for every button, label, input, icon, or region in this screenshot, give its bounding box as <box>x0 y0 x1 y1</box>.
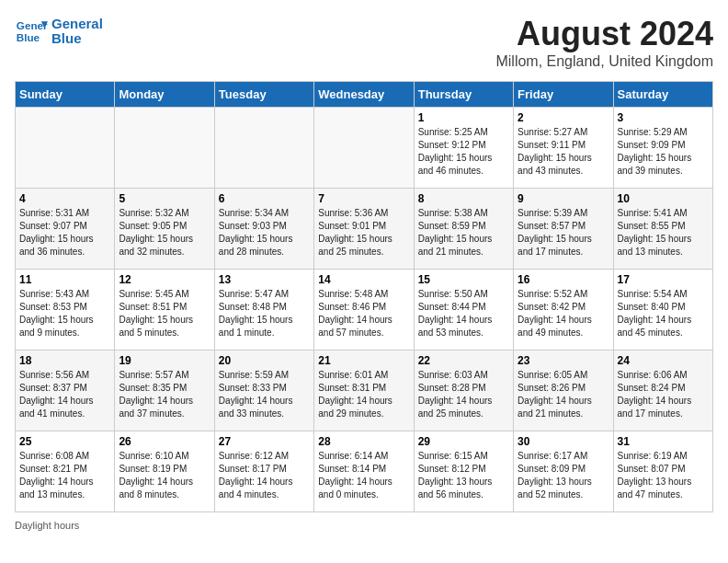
calendar-week-5: 25Sunrise: 6:08 AM Sunset: 8:21 PM Dayli… <box>16 431 713 512</box>
calendar-header-wednesday: Wednesday <box>314 82 414 108</box>
calendar-cell: 20Sunrise: 5:59 AM Sunset: 8:33 PM Dayli… <box>214 350 313 431</box>
day-number: 13 <box>219 273 310 286</box>
day-info: Sunrise: 6:05 AM Sunset: 8:26 PM Dayligh… <box>518 369 609 420</box>
calendar-cell <box>214 108 313 189</box>
calendar-cell: 21Sunrise: 6:01 AM Sunset: 8:31 PM Dayli… <box>314 350 414 431</box>
calendar-cell: 15Sunrise: 5:50 AM Sunset: 8:44 PM Dayli… <box>414 270 513 350</box>
location: Millom, England, United Kingdom <box>495 53 713 70</box>
day-number: 15 <box>418 273 509 286</box>
day-number: 9 <box>518 192 609 205</box>
calendar-cell: 13Sunrise: 5:47 AM Sunset: 8:48 PM Dayli… <box>214 270 313 350</box>
day-info: Sunrise: 5:59 AM Sunset: 8:33 PM Dayligh… <box>219 369 310 420</box>
day-number: 6 <box>219 192 310 205</box>
calendar-cell: 31Sunrise: 6:19 AM Sunset: 8:07 PM Dayli… <box>613 431 712 512</box>
day-info: Sunrise: 6:19 AM Sunset: 8:07 PM Dayligh… <box>618 450 709 501</box>
day-number: 19 <box>119 354 210 367</box>
calendar-week-4: 18Sunrise: 5:56 AM Sunset: 8:37 PM Dayli… <box>16 350 713 431</box>
day-info: Sunrise: 5:38 AM Sunset: 8:59 PM Dayligh… <box>418 207 509 259</box>
day-info: Sunrise: 5:31 AM Sunset: 9:07 PM Dayligh… <box>19 207 110 259</box>
calendar-cell: 6Sunrise: 5:34 AM Sunset: 9:03 PM Daylig… <box>214 189 313 270</box>
calendar-header-friday: Friday <box>514 82 613 108</box>
calendar-cell: 26Sunrise: 6:10 AM Sunset: 8:19 PM Dayli… <box>115 431 214 512</box>
day-number: 16 <box>518 273 609 286</box>
day-info: Sunrise: 5:50 AM Sunset: 8:44 PM Dayligh… <box>418 288 509 339</box>
day-info: Sunrise: 6:08 AM Sunset: 8:21 PM Dayligh… <box>19 450 110 501</box>
day-number: 20 <box>219 354 310 367</box>
day-info: Sunrise: 5:48 AM Sunset: 8:46 PM Dayligh… <box>318 288 409 339</box>
day-info: Sunrise: 5:36 AM Sunset: 9:01 PM Dayligh… <box>318 207 409 259</box>
calendar-header-thursday: Thursday <box>414 82 513 108</box>
day-info: Sunrise: 6:14 AM Sunset: 8:14 PM Dayligh… <box>318 450 409 501</box>
calendar-cell: 12Sunrise: 5:45 AM Sunset: 8:51 PM Dayli… <box>115 270 214 350</box>
day-number: 25 <box>19 435 110 448</box>
day-number: 14 <box>318 273 409 286</box>
calendar-cell <box>16 108 115 189</box>
calendar-cell: 3Sunrise: 5:29 AM Sunset: 9:09 PM Daylig… <box>613 108 712 189</box>
calendar-cell: 2Sunrise: 5:27 AM Sunset: 9:11 PM Daylig… <box>514 108 613 189</box>
day-info: Sunrise: 5:32 AM Sunset: 9:05 PM Dayligh… <box>119 207 210 259</box>
logo-text-line1: General <box>51 17 103 32</box>
day-number: 12 <box>119 273 210 286</box>
day-info: Sunrise: 5:41 AM Sunset: 8:55 PM Dayligh… <box>618 207 709 259</box>
logo: General Blue General Blue <box>15 15 103 48</box>
day-info: Sunrise: 5:47 AM Sunset: 8:48 PM Dayligh… <box>219 288 310 339</box>
svg-text:General: General <box>17 19 48 31</box>
day-number: 5 <box>119 192 210 205</box>
day-number: 30 <box>518 435 609 448</box>
day-number: 7 <box>318 192 409 205</box>
calendar-cell: 22Sunrise: 6:03 AM Sunset: 8:28 PM Dayli… <box>414 350 513 431</box>
day-info: Sunrise: 6:06 AM Sunset: 8:24 PM Dayligh… <box>618 369 709 420</box>
calendar-cell: 29Sunrise: 6:15 AM Sunset: 8:12 PM Dayli… <box>414 431 513 512</box>
calendar-cell: 1Sunrise: 5:25 AM Sunset: 9:12 PM Daylig… <box>414 108 513 189</box>
calendar-week-1: 1Sunrise: 5:25 AM Sunset: 9:12 PM Daylig… <box>16 108 713 189</box>
calendar-cell: 14Sunrise: 5:48 AM Sunset: 8:46 PM Dayli… <box>314 270 414 350</box>
svg-text:Blue: Blue <box>17 31 40 43</box>
calendar-cell: 10Sunrise: 5:41 AM Sunset: 8:55 PM Dayli… <box>613 189 712 270</box>
calendar-header-sunday: Sunday <box>16 82 115 108</box>
calendar-cell: 30Sunrise: 6:17 AM Sunset: 8:09 PM Dayli… <box>514 431 613 512</box>
day-info: Sunrise: 5:29 AM Sunset: 9:09 PM Dayligh… <box>618 126 709 178</box>
calendar: SundayMondayTuesdayWednesdayThursdayFrid… <box>15 81 713 512</box>
calendar-header-row: SundayMondayTuesdayWednesdayThursdayFrid… <box>16 82 713 108</box>
day-info: Sunrise: 6:17 AM Sunset: 8:09 PM Dayligh… <box>518 450 609 501</box>
day-number: 26 <box>119 435 210 448</box>
day-info: Sunrise: 5:56 AM Sunset: 8:37 PM Dayligh… <box>19 369 110 420</box>
day-number: 10 <box>618 192 709 205</box>
calendar-cell: 9Sunrise: 5:39 AM Sunset: 8:57 PM Daylig… <box>514 189 613 270</box>
day-number: 21 <box>318 354 409 367</box>
day-number: 8 <box>418 192 509 205</box>
day-number: 4 <box>19 192 110 205</box>
calendar-cell: 23Sunrise: 6:05 AM Sunset: 8:26 PM Dayli… <box>514 350 613 431</box>
logo-icon: General Blue <box>15 15 48 48</box>
calendar-cell: 8Sunrise: 5:38 AM Sunset: 8:59 PM Daylig… <box>414 189 513 270</box>
day-number: 28 <box>318 435 409 448</box>
day-number: 18 <box>19 354 110 367</box>
calendar-cell <box>115 108 214 189</box>
day-info: Sunrise: 5:43 AM Sunset: 8:53 PM Dayligh… <box>19 288 110 339</box>
day-number: 17 <box>618 273 709 286</box>
calendar-week-3: 11Sunrise: 5:43 AM Sunset: 8:53 PM Dayli… <box>16 270 713 350</box>
calendar-cell: 4Sunrise: 5:31 AM Sunset: 9:07 PM Daylig… <box>16 189 115 270</box>
calendar-cell: 17Sunrise: 5:54 AM Sunset: 8:40 PM Dayli… <box>613 270 712 350</box>
logo-text-line2: Blue <box>51 31 103 47</box>
calendar-cell: 7Sunrise: 5:36 AM Sunset: 9:01 PM Daylig… <box>314 189 414 270</box>
footer-note: Daylight hours <box>15 520 713 531</box>
day-info: Sunrise: 5:45 AM Sunset: 8:51 PM Dayligh… <box>119 288 210 339</box>
day-info: Sunrise: 5:27 AM Sunset: 9:11 PM Dayligh… <box>518 126 609 178</box>
calendar-cell: 16Sunrise: 5:52 AM Sunset: 8:42 PM Dayli… <box>514 270 613 350</box>
day-number: 1 <box>418 111 509 124</box>
day-number: 22 <box>418 354 509 367</box>
day-number: 23 <box>518 354 609 367</box>
day-info: Sunrise: 6:01 AM Sunset: 8:31 PM Dayligh… <box>318 369 409 420</box>
day-info: Sunrise: 6:15 AM Sunset: 8:12 PM Dayligh… <box>418 450 509 501</box>
day-number: 2 <box>518 111 609 124</box>
day-number: 27 <box>219 435 310 448</box>
calendar-cell: 25Sunrise: 6:08 AM Sunset: 8:21 PM Dayli… <box>16 431 115 512</box>
day-info: Sunrise: 6:10 AM Sunset: 8:19 PM Dayligh… <box>119 450 210 501</box>
calendar-cell: 11Sunrise: 5:43 AM Sunset: 8:53 PM Dayli… <box>16 270 115 350</box>
calendar-cell: 27Sunrise: 6:12 AM Sunset: 8:17 PM Dayli… <box>214 431 313 512</box>
day-info: Sunrise: 6:03 AM Sunset: 8:28 PM Dayligh… <box>418 369 509 420</box>
calendar-cell: 19Sunrise: 5:57 AM Sunset: 8:35 PM Dayli… <box>115 350 214 431</box>
calendar-cell: 5Sunrise: 5:32 AM Sunset: 9:05 PM Daylig… <box>115 189 214 270</box>
day-info: Sunrise: 5:52 AM Sunset: 8:42 PM Dayligh… <box>518 288 609 339</box>
